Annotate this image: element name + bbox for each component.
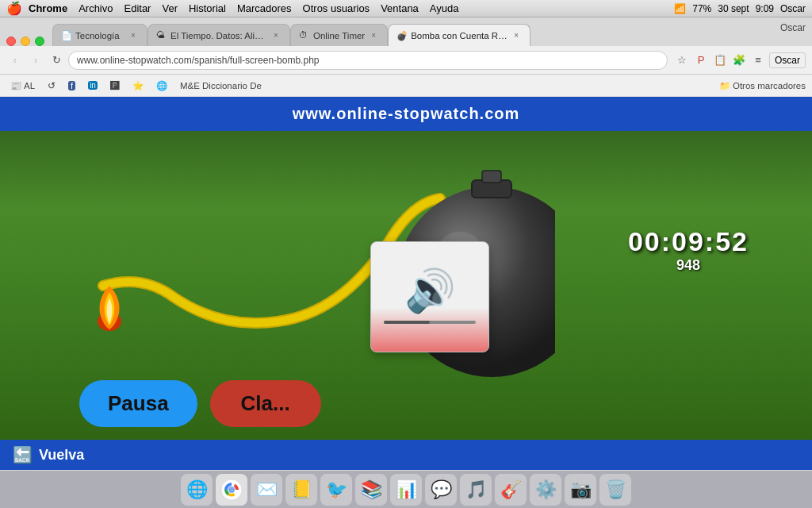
site-url-label: www.online-stopwatch.com (293, 105, 520, 122)
dock-guitar[interactable]: 🎸 (495, 474, 527, 506)
dock-facetime[interactable]: 📷 (565, 474, 596, 506)
chrome-frame: 📄 Tecnología × 🌤 El Tiempo. Datos: Alica… (0, 17, 812, 97)
tab-user: Oscar (780, 22, 806, 33)
dock-books[interactable]: 📚 (355, 474, 387, 506)
volume-slider-row[interactable] (384, 321, 476, 324)
folder-icon: 📁 (719, 80, 730, 91)
address-input[interactable] (68, 51, 668, 70)
linkedin-icon: in (88, 81, 98, 90)
tab-close-bomba[interactable]: × (511, 30, 522, 41)
tab-close-tecnologia[interactable]: × (128, 30, 139, 41)
svg-rect-3 (482, 171, 501, 183)
otros-marcadores-btn[interactable]: 📁 Otros marcadores (719, 80, 806, 91)
flame-icon (86, 278, 133, 333)
dock-mail[interactable]: ✉️ (251, 474, 282, 506)
maximize-window-btn[interactable] (35, 37, 44, 46)
tab-timer[interactable]: ⏱ Online Timer × (290, 24, 388, 46)
tab-tecnologia[interactable]: 📄 Tecnología × (52, 24, 147, 46)
back-arrow-icon[interactable]: 🔙 (13, 445, 33, 464)
menu-icon[interactable]: ≡ (750, 52, 766, 68)
bookmark-linkedin[interactable]: in (84, 79, 102, 91)
pause-button[interactable]: Pausa (79, 380, 197, 427)
minimize-window-btn[interactable] (21, 37, 30, 46)
user-display: Oscar (780, 3, 806, 14)
bookmark-reload[interactable]: ↺ (44, 79, 59, 93)
browser-content: www.online-stopwatch.com (0, 97, 812, 470)
volume-speaker-icon: 🔊 (404, 270, 456, 311)
bookmark-p[interactable]: 🅿 (106, 79, 124, 92)
traffic-lights (6, 37, 44, 46)
apple-menu[interactable]: 🍎 (6, 1, 22, 16)
tab-label-tecnologia: Tecnología (75, 31, 124, 40)
menu-archivo[interactable]: Archivo (79, 2, 113, 14)
bookmark-al-label: AL (24, 81, 35, 90)
reload-small-icon: ↺ (48, 80, 56, 91)
menu-ver[interactable]: Ver (162, 2, 178, 14)
dock-trash[interactable]: 🗑️ (599, 474, 631, 506)
tab-label-timer: Online Timer (313, 31, 365, 40)
wifi-icon: 📶 (674, 3, 686, 14)
bookmark-al-icon: 📰 (10, 80, 21, 91)
readlist-icon[interactable]: 📋 (712, 52, 728, 68)
clear-button[interactable]: Cla... (210, 380, 321, 427)
bookmark-star2[interactable]: ⭐ (128, 79, 147, 93)
tab-favicon-bomba: 💣 (396, 30, 408, 41)
menu-chrome[interactable]: Chrome (29, 2, 67, 14)
bookmark-star-icon[interactable]: ☆ (674, 52, 690, 68)
dock-numbers[interactable]: 📊 (390, 474, 422, 506)
menu-editar[interactable]: Editar (124, 2, 151, 14)
tab-close-timer[interactable]: × (368, 30, 379, 41)
battery-level: 77% (692, 3, 711, 14)
bookmarks-bar: 📰 AL ↺ f in 🅿 ⭐ 🌐 M&E Diccionario De 📁 O… (0, 75, 812, 97)
volume-overlay[interactable]: 🔊 (370, 241, 489, 352)
mye-label: M&E Diccionario De (180, 81, 262, 90)
close-window-btn[interactable] (6, 37, 16, 46)
toolbar-icons: ☆ P 📋 🧩 ≡ (674, 52, 766, 68)
menubar-right: 📶 77% 30 sept 9:09 Oscar (674, 3, 806, 14)
dock: 🌐 ✉️ 📒 🐦 📚 📊 💬 🎵 🎸 ⚙️ 📷 🗑️ (0, 470, 812, 508)
user-profile-button[interactable]: Oscar (769, 52, 806, 68)
menu-otros-usuarios[interactable]: Otros usuarios (303, 2, 370, 14)
p-icon: 🅿 (110, 81, 120, 90)
menu-ayuda[interactable]: Ayuda (430, 2, 459, 14)
star-icon: ⭐ (132, 80, 144, 91)
bookmark-fb[interactable]: f (64, 79, 79, 92)
dock-itunes[interactable]: 🎵 (460, 474, 492, 506)
dock-finder[interactable]: 🌐 (181, 474, 213, 506)
pinterest-icon[interactable]: P (693, 52, 709, 68)
tab-favicon-timer: ⏱ (299, 30, 310, 41)
tab-bar: 📄 Tecnología × 🌤 El Tiempo. Datos: Alica… (0, 17, 812, 46)
extensions-icon[interactable]: 🧩 (731, 52, 747, 68)
tab-bomba[interactable]: 💣 Bomba con Cuenta Regre... × (388, 24, 530, 46)
menu-items: Chrome Archivo Editar Ver Historial Marc… (29, 2, 458, 14)
menu-bar: 🍎 Chrome Archivo Editar Ver Historial Ma… (0, 0, 812, 17)
otros-marcadores-label: Otros marcadores (733, 81, 806, 90)
bomb-timer-main: 00:09:52 (628, 226, 749, 257)
menu-historial[interactable]: Historial (189, 2, 226, 14)
volume-slider[interactable] (384, 321, 476, 324)
reload-button[interactable]: ↻ (48, 52, 65, 69)
flame-container (86, 278, 133, 337)
vuelva-label[interactable]: Vuelva (39, 447, 84, 464)
dock-twitter[interactable]: 🐦 (320, 474, 352, 506)
forward-button[interactable]: › (27, 52, 44, 69)
dock-contacts[interactable]: 📒 (285, 474, 317, 506)
tab-favicon-tecnologia: 📄 (61, 30, 72, 41)
dock-messages[interactable]: 💬 (425, 474, 457, 506)
tab-favicon-tiempo: 🌤 (156, 30, 167, 41)
dock-settings[interactable]: ⚙️ (530, 474, 561, 506)
menu-ventana[interactable]: Ventana (381, 2, 419, 14)
site-header: www.online-stopwatch.com (0, 97, 812, 131)
bookmark-al[interactable]: 📰 AL (6, 79, 39, 93)
bookmark-mye[interactable]: M&E Diccionario De (176, 79, 266, 92)
facebook-icon: f (68, 81, 75, 90)
bookmark-web[interactable]: 🌐 (152, 79, 171, 93)
menu-marcadores[interactable]: Marcadores (237, 2, 292, 14)
bomb-scene: 00:09:52 948 🔊 Pausa Cla. (0, 131, 812, 440)
control-buttons: Pausa Cla... (79, 380, 321, 427)
back-button[interactable]: ‹ (6, 52, 24, 69)
tab-close-tiempo[interactable]: × (270, 30, 282, 41)
tab-tiempo[interactable]: 🌤 El Tiempo. Datos: Alicante... × (147, 24, 290, 46)
address-bar-row: ‹ › ↻ ☆ P 📋 🧩 ≡ Oscar (0, 46, 812, 75)
dock-chrome[interactable] (216, 474, 247, 506)
